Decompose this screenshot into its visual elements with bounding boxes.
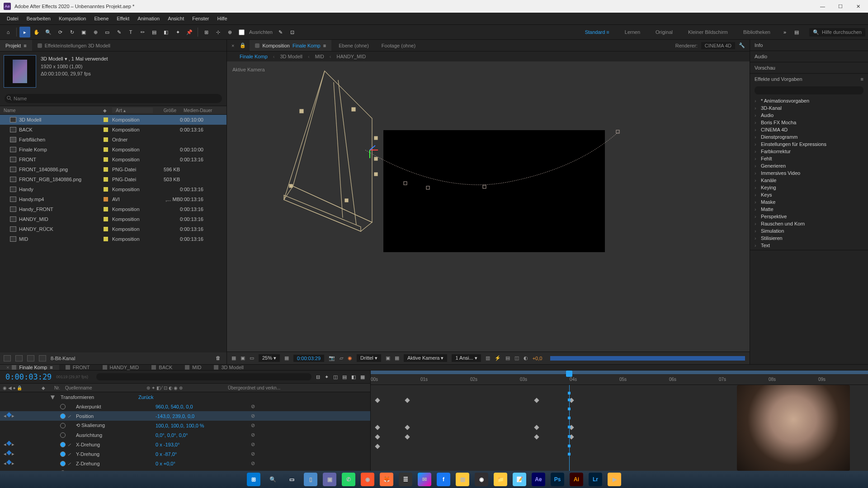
interpret-footage-button[interactable] bbox=[4, 355, 11, 361]
type-tool[interactable]: T bbox=[125, 27, 136, 38]
after-effects-icon[interactable]: Ae bbox=[532, 473, 545, 486]
effect-category[interactable]: ›Simulation bbox=[752, 227, 866, 235]
menu-hilfe[interactable]: Hilfe bbox=[213, 14, 231, 23]
menu-datei[interactable]: Datei bbox=[3, 14, 23, 23]
eraser-tool[interactable]: ◧ bbox=[160, 27, 171, 38]
workspace-original[interactable]: Original bbox=[652, 29, 676, 35]
project-tab[interactable]: Projekt≡ bbox=[0, 40, 32, 51]
col-size[interactable]: Größe bbox=[153, 108, 180, 113]
timeline-tab[interactable]: 3D Modell bbox=[208, 365, 250, 370]
workspace-standard[interactable]: Standard ≡ bbox=[581, 29, 613, 35]
rotation-tool[interactable]: ↻ bbox=[66, 27, 77, 38]
teams-icon[interactable]: ▣ bbox=[323, 473, 336, 486]
project-item[interactable]: FRONTKomposition0:00:13:16 bbox=[0, 155, 226, 164]
minimize-button[interactable]: — bbox=[820, 4, 826, 9]
timeline-tab[interactable]: HANDY_MID bbox=[96, 365, 146, 370]
effect-category[interactable]: ›Boris FX Mocha bbox=[752, 119, 866, 126]
effect-category[interactable]: ›Stilisieren bbox=[752, 235, 866, 242]
project-item[interactable]: HandyKomposition0:00:13:16 bbox=[0, 184, 226, 194]
maximize-button[interactable]: ☐ bbox=[838, 4, 844, 9]
property-row[interactable]: ⟲ Skalierung100,0, 100,0, 100,0 %⊘ bbox=[0, 421, 370, 430]
comp-lock[interactable]: 🔒 bbox=[238, 40, 248, 51]
breadcrumb-item[interactable]: HANDY_MID bbox=[336, 54, 366, 59]
effect-category[interactable]: ›Audio bbox=[752, 112, 866, 119]
trash-button[interactable]: 🗑 bbox=[216, 355, 223, 361]
lightroom-icon[interactable]: Lr bbox=[589, 473, 602, 486]
project-item[interactable]: FarbflächenOrdner bbox=[0, 135, 226, 145]
bit-depth[interactable]: 8-Bit-Kanal bbox=[51, 356, 75, 361]
breadcrumb-item[interactable]: 3D Modell bbox=[280, 54, 302, 59]
brave-icon[interactable]: ◉ bbox=[361, 473, 374, 486]
timeline-tab[interactable]: BACK bbox=[145, 365, 179, 370]
snap-bounds[interactable]: ⊡ bbox=[287, 27, 298, 38]
effects-panel-header[interactable]: Effekte und Vorgaben≡ bbox=[750, 74, 868, 84]
settings-button[interactable] bbox=[39, 355, 46, 361]
menu-bearbeiten[interactable]: Bearbeiten bbox=[23, 14, 55, 23]
project-item[interactable]: FRONT_1840886.pngPNG-Datei596 KB bbox=[0, 164, 226, 174]
property-row[interactable]: ◂▸⟋X-Drehung0 x -193,0°⊘ bbox=[0, 440, 370, 449]
menu-ansicht[interactable]: Ansicht bbox=[164, 14, 188, 23]
timeline-tab[interactable]: MID bbox=[179, 365, 208, 370]
view-count-dropdown[interactable]: 1 Ansi... ▾ bbox=[452, 354, 481, 362]
fast-preview[interactable]: ⚡ bbox=[495, 355, 501, 361]
premiere-icon[interactable]: ▶ bbox=[608, 473, 621, 486]
roi-button[interactable]: ▣ bbox=[386, 355, 390, 361]
effect-category[interactable]: ›3D-Kanal bbox=[752, 104, 866, 112]
project-thumbnail[interactable] bbox=[4, 55, 36, 88]
project-item[interactable]: HANDY_RÜCKKomposition0:00:13:16 bbox=[0, 224, 226, 234]
show-snapshot[interactable]: ▱ bbox=[340, 355, 343, 361]
view-dropdown[interactable]: Aktive Kamera ▾ bbox=[404, 354, 448, 362]
effect-category[interactable]: ›CINEMA 4D bbox=[752, 126, 866, 133]
channel-picker[interactable]: ◉ bbox=[348, 355, 352, 361]
breadcrumb-item[interactable]: Finale Komp bbox=[240, 54, 268, 59]
preview-panel[interactable]: Vorschau bbox=[750, 62, 868, 73]
help-search[interactable]: 🔍 Hilfe durchsuchen bbox=[809, 28, 865, 37]
property-row[interactable]: Ankerpunkt960,0, 540,0, 0,0⊘ bbox=[0, 402, 370, 411]
effect-category[interactable]: ›Rauschen und Korn bbox=[752, 220, 866, 227]
snap-checkbox[interactable] bbox=[239, 29, 245, 35]
effect-category[interactable]: ›Keys bbox=[752, 191, 866, 198]
pan-behind-tool[interactable]: ⊕ bbox=[90, 27, 101, 38]
info-panel[interactable]: Info bbox=[750, 40, 868, 51]
effect-category[interactable]: ›Generieren bbox=[752, 162, 866, 169]
zoom-tool[interactable]: 🔍 bbox=[43, 27, 54, 38]
tl-opt-2[interactable]: ✦ bbox=[325, 374, 329, 380]
effect-controls-tab[interactable]: Effekteinstellungen 3D Modell bbox=[32, 40, 116, 51]
viewport[interactable]: Aktive Kamera bbox=[227, 61, 750, 352]
effect-category[interactable]: ›Keying bbox=[752, 184, 866, 191]
tl-opt-1[interactable]: ⊟ bbox=[316, 374, 320, 380]
messenger-icon[interactable]: ✉ bbox=[418, 473, 431, 486]
effects-tree[interactable]: ›* Animationsvorgaben›3D-Kanal›Audio›Bor… bbox=[750, 96, 868, 250]
snapshot-button[interactable]: 📷 bbox=[329, 355, 335, 361]
guides-toggle[interactable]: ▣ bbox=[241, 355, 245, 361]
property-row[interactable]: ◂▸⟋Y-Drehung0 x -87,0°⊘ bbox=[0, 449, 370, 459]
flowchart-button[interactable]: ◫ bbox=[514, 355, 519, 361]
mesh-tool[interactable]: ⊞ bbox=[201, 27, 212, 38]
timeline-button[interactable]: ▤ bbox=[505, 355, 510, 361]
effects-search-input[interactable] bbox=[755, 86, 863, 94]
effect-category[interactable]: ›Fehlt bbox=[752, 155, 866, 162]
new-folder-button[interactable] bbox=[15, 355, 23, 361]
local-axis-tool[interactable]: ⊹ bbox=[212, 27, 223, 38]
start-button[interactable]: ⊞ bbox=[247, 473, 260, 486]
explorer-icon[interactable]: ▯ bbox=[304, 473, 317, 486]
timeline-search[interactable] bbox=[96, 373, 311, 380]
menu-effekt[interactable]: Effekt bbox=[113, 14, 133, 23]
menu-ebene[interactable]: Ebene bbox=[90, 14, 113, 23]
exposure-value[interactable]: +0,0 bbox=[533, 356, 542, 361]
notepad-icon[interactable]: 📝 bbox=[513, 473, 526, 486]
effect-category[interactable]: ›Immersives Video bbox=[752, 169, 866, 177]
clone-tool[interactable]: ▤ bbox=[149, 27, 160, 38]
effect-category[interactable]: ›Text bbox=[752, 242, 866, 249]
renderer-settings-icon[interactable]: 🔧 bbox=[739, 42, 745, 48]
pixel-aspect[interactable]: ▥ bbox=[486, 355, 490, 361]
alpha-toggle[interactable]: ▦ bbox=[231, 355, 236, 361]
time-ruler[interactable]: 00s01s02s03s04s05s06s07s08s09s10s bbox=[371, 371, 868, 385]
orbit-tool[interactable]: ⟳ bbox=[55, 27, 66, 38]
effect-category[interactable]: ›Einstellungen für Expressions bbox=[752, 141, 866, 148]
property-row[interactable]: ◂▸⟋Position-143,0, 239,0, 0,0⊘ bbox=[0, 411, 370, 421]
facebook-icon[interactable]: f bbox=[437, 473, 450, 486]
project-item[interactable]: Handy_FRONTKomposition0:00:13:16 bbox=[0, 204, 226, 214]
workspace-overflow[interactable]: » bbox=[779, 27, 790, 38]
effect-category[interactable]: ›* Animationsvorgaben bbox=[752, 97, 866, 104]
